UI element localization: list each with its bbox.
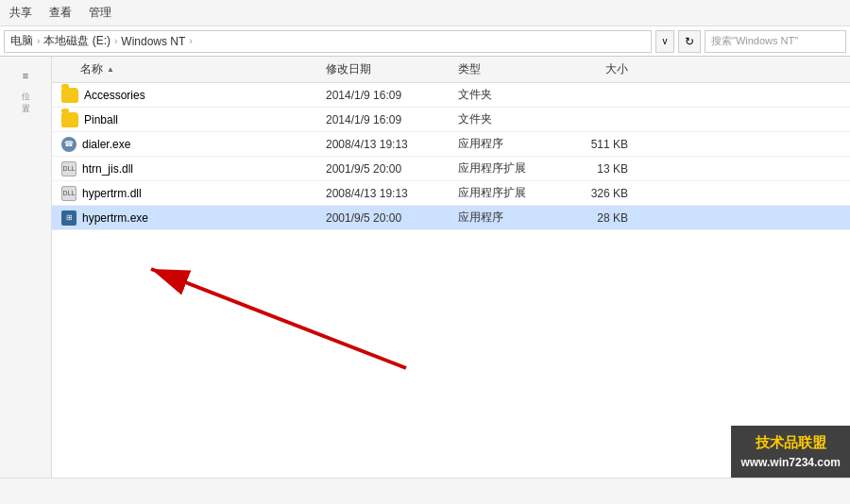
watermark: 技术品联盟 www.win7234.com (731, 426, 850, 478)
file-type: 应用程序 (449, 210, 562, 226)
file-name: ☎ dialer.exe (52, 137, 316, 152)
file-size: 13 KB (562, 162, 638, 176)
breadcrumb-windows-nt[interactable]: Windows NT (121, 35, 185, 48)
file-size: 326 KB (562, 187, 638, 200)
file-date: 2001/9/5 20:00 (316, 162, 449, 176)
file-type: 应用程序 (449, 136, 562, 152)
file-date: 2014/1/9 16:09 (316, 113, 449, 126)
hypertrm-icon: ⊞ (61, 210, 76, 226)
file-date: 2008/4/13 19:13 (316, 187, 449, 200)
breadcrumb-computer[interactable]: 电脑 (10, 33, 33, 49)
file-row[interactable]: DLL htrn_jis.dll 2001/9/5 20:00 应用程序扩展 1… (52, 157, 850, 181)
address-bar: 电脑 › 本地磁盘 (E:) › Windows NT › v ↻ 搜索"Win… (0, 26, 850, 57)
file-row[interactable]: ☎ dialer.exe 2008/4/13 19:13 应用程序 511 KB (52, 132, 850, 157)
file-name: Pinball (52, 112, 316, 127)
file-name: Accessories (52, 88, 316, 103)
file-row[interactable]: Pinball 2014/1/9 16:09 文件夹 (52, 108, 850, 132)
file-area: 名称 ▲ 修改日期 类型 大小 Accessories 2014/1/9 16:… (52, 57, 850, 478)
search-box[interactable]: 搜索"Windows NT" (705, 30, 846, 53)
file-row[interactable]: ⊞ hypertrm.exe 2001/9/5 20:00 应用程序 28 KB (52, 206, 850, 230)
file-type: 文件夹 (449, 111, 562, 127)
col-header-type[interactable]: 类型 (449, 61, 562, 77)
col-header-date[interactable]: 修改日期 (316, 61, 449, 77)
sidebar-icon-1: ≡ (0, 66, 51, 85)
col-header-name[interactable]: 名称 ▲ (52, 61, 316, 77)
sort-arrow: ▲ (107, 65, 114, 74)
breadcrumb-sep-3: › (189, 36, 192, 46)
file-list: Accessories 2014/1/9 16:09 文件夹 Pinball 2… (52, 83, 850, 478)
sidebar-label-1: 位置 (20, 89, 32, 117)
toolbar-view[interactable]: 查看 (45, 3, 76, 23)
toolbar: 共享 查看 管理 (0, 0, 850, 26)
file-date: 2008/4/13 19:13 (316, 138, 449, 151)
refresh-button[interactable]: ↻ (678, 30, 701, 53)
breadcrumb-sep-1: › (37, 36, 40, 46)
address-right: v ↻ 搜索"Windows NT" (655, 30, 846, 53)
file-type: 应用程序扩展 (449, 160, 562, 176)
dropdown-button[interactable]: v (655, 30, 674, 53)
watermark-line2: www.win7234.com (740, 454, 841, 472)
status-bar (0, 478, 850, 504)
watermark-line1: 技术品联盟 (740, 431, 841, 454)
breadcrumb[interactable]: 电脑 › 本地磁盘 (E:) › Windows NT › (4, 30, 652, 53)
file-date: 2001/9/5 20:00 (316, 211, 449, 225)
dialer-icon: ☎ (61, 137, 76, 152)
sidebar: ≡ 位置 (0, 57, 52, 478)
file-row[interactable]: Accessories 2014/1/9 16:09 文件夹 (52, 83, 850, 108)
col-header-size[interactable]: 大小 (562, 61, 638, 77)
folder-icon (61, 112, 78, 127)
file-date: 2014/1/9 16:09 (316, 89, 449, 102)
file-name: DLL hypertrm.dll (52, 186, 316, 201)
file-size: 28 KB (562, 211, 638, 225)
file-name: DLL htrn_jis.dll (52, 161, 316, 176)
file-size: 511 KB (562, 138, 638, 151)
toolbar-share[interactable]: 共享 (6, 3, 36, 23)
breadcrumb-local-disk[interactable]: 本地磁盘 (E:) (43, 33, 110, 49)
breadcrumb-sep-2: › (114, 36, 117, 46)
file-row[interactable]: DLL hypertrm.dll 2008/4/13 19:13 应用程序扩展 … (52, 181, 850, 206)
file-type: 文件夹 (449, 87, 562, 103)
dll-icon: DLL (61, 186, 76, 201)
main-layout: ≡ 位置 名称 ▲ 修改日期 类型 大小 Accessories 2014/1/… (0, 57, 850, 478)
dll-icon: DLL (61, 161, 76, 176)
toolbar-manage[interactable]: 管理 (85, 3, 115, 23)
folder-icon (61, 88, 78, 103)
file-name: ⊞ hypertrm.exe (52, 210, 316, 226)
file-type: 应用程序扩展 (449, 185, 562, 201)
column-header: 名称 ▲ 修改日期 类型 大小 (52, 57, 850, 83)
